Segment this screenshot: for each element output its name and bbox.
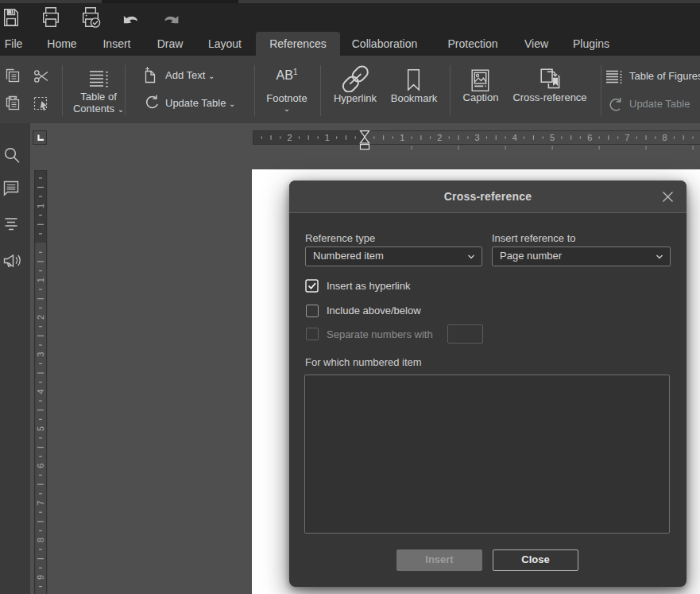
svg-text:1: 1	[400, 133, 404, 142]
svg-text:3: 3	[475, 133, 480, 142]
svg-text:3: 3	[36, 352, 45, 357]
svg-text:1: 1	[36, 278, 45, 282]
svg-text:6: 6	[587, 133, 592, 142]
svg-text:1: 1	[36, 204, 45, 208]
svg-text:2: 2	[36, 315, 45, 320]
svg-text:5: 5	[36, 426, 45, 431]
svg-text:5: 5	[550, 133, 555, 142]
svg-text:9: 9	[36, 575, 45, 580]
svg-text:8: 8	[663, 133, 667, 142]
svg-text:7: 7	[36, 500, 45, 505]
svg-text:4: 4	[36, 389, 45, 394]
svg-text:8: 8	[36, 538, 45, 542]
svg-text:2: 2	[437, 133, 442, 142]
svg-text:2: 2	[288, 133, 292, 142]
svg-text:6: 6	[36, 464, 45, 468]
svg-text:4: 4	[512, 133, 517, 142]
svg-text:7: 7	[625, 133, 629, 142]
svg-text:1: 1	[325, 133, 330, 142]
